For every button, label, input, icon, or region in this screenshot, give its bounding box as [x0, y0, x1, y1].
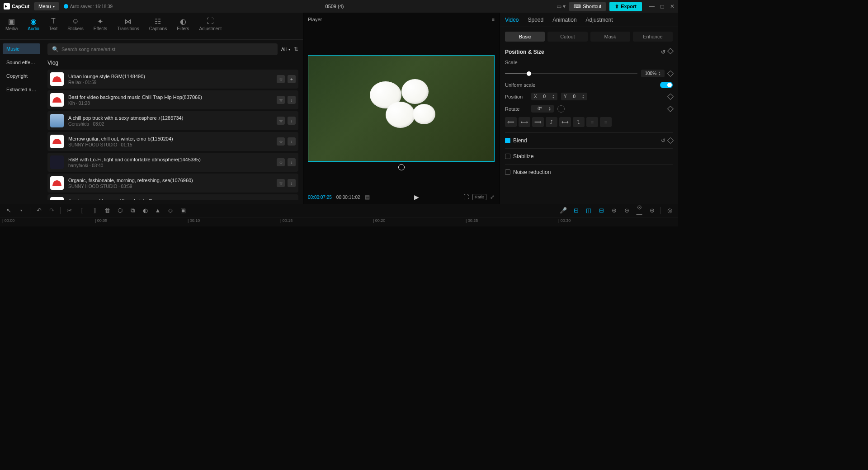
copy-icon[interactable]: ⧉ — [128, 207, 137, 214]
blend-section[interactable]: Blend ↺ — [505, 132, 673, 148]
mirror-icon[interactable]: ▲ — [154, 207, 162, 214]
sidebar-item-sound-effects[interactable]: Sound effe… — [3, 57, 40, 68]
tab-effects[interactable]: ✦Effects — [93, 15, 108, 39]
tab-video-props[interactable]: Video — [505, 17, 519, 23]
blend-checkbox[interactable] — [505, 138, 510, 143]
chevron-down-icon[interactable]: ▾ — [17, 208, 25, 212]
keyframe-icon[interactable] — [667, 70, 674, 76]
tab-media[interactable]: ▣Media — [5, 15, 19, 39]
reset-icon[interactable]: ↺ — [661, 137, 665, 144]
undo-icon[interactable]: ↶ — [35, 207, 43, 214]
favorite-icon[interactable]: ☆ — [277, 117, 285, 125]
player-viewport[interactable] — [303, 26, 499, 190]
player-menu-icon[interactable]: ≡ — [492, 17, 495, 22]
tab-filters[interactable]: ◐Filters — [176, 15, 190, 39]
maximize-button[interactable]: ◻ — [660, 3, 665, 9]
keyframe-icon[interactable] — [667, 137, 674, 144]
stabilize-checkbox[interactable] — [505, 154, 510, 159]
tab-adjustment-props[interactable]: Adjustment — [586, 17, 613, 23]
preview-icon[interactable]: ⊕ — [610, 207, 618, 214]
music-track-item[interactable]: Merrow guitar, chill out, winter, emo b(… — [47, 132, 298, 151]
fullscreen-icon[interactable]: ⤢ — [490, 194, 495, 200]
keyframe-icon[interactable] — [667, 105, 674, 112]
music-track-item[interactable]: R&B with Lo-Fi, light and comfortable at… — [47, 153, 298, 172]
sidebar-item-music[interactable]: Music — [3, 43, 40, 54]
ratio-button[interactable]: Ratio — [472, 194, 486, 200]
filter-icon[interactable]: ⇅ — [294, 46, 298, 52]
align-top-icon[interactable]: ⤴ — [546, 117, 557, 127]
split-icon[interactable]: ✂ — [65, 207, 73, 214]
sidebar-item-extracted[interactable]: Extracted a… — [3, 84, 40, 95]
favorite-icon[interactable]: ☆ — [277, 137, 285, 146]
scale-value[interactable]: 100% ▲▼ — [641, 70, 665, 77]
rotate-dial-icon[interactable] — [557, 105, 565, 113]
rotate-icon[interactable]: ◇ — [166, 207, 175, 214]
delete-icon[interactable]: 🗑 — [103, 207, 111, 214]
trim-left-icon[interactable]: ⟦ — [78, 207, 86, 214]
layout-icon[interactable]: ▭ ▾ — [557, 3, 566, 9]
favorite-icon[interactable]: ☆ — [277, 179, 285, 187]
rotate-input[interactable]: 0°▲▼ — [531, 105, 554, 113]
zoom-out-icon[interactable]: ⊖ — [623, 207, 631, 214]
focus-icon[interactable]: ⛶ — [463, 194, 469, 200]
music-track-item[interactable]: A chill pop truck with a sexy atmosphere… — [47, 111, 298, 130]
tab-captions[interactable]: ☷Captions — [148, 15, 168, 39]
search-box[interactable]: 🔍 — [47, 43, 278, 55]
subtab-cutout[interactable]: Cutout — [547, 32, 587, 42]
favorite-icon[interactable]: ☆ — [277, 96, 285, 104]
slider-thumb[interactable] — [527, 71, 531, 76]
noise-section[interactable]: Noise reduction — [505, 164, 673, 180]
reset-icon[interactable]: ↺ — [661, 49, 665, 55]
sidebar-item-copyright[interactable]: Copyright — [3, 70, 40, 81]
align-left-icon[interactable]: ⟸ — [505, 117, 517, 127]
download-icon[interactable]: ↓ — [288, 200, 296, 200]
export-button[interactable]: ⇪ Export — [609, 2, 642, 11]
favorite-icon[interactable]: ☆ — [277, 158, 285, 166]
align-bottom-icon[interactable]: ⤵ — [573, 117, 585, 127]
favorite-icon[interactable]: ☆ — [277, 75, 285, 83]
subtab-mask[interactable]: Mask — [590, 32, 630, 42]
music-track-item[interactable]: A cute song with a sparkling ukulele-lik… — [47, 194, 298, 200]
close-button[interactable]: ✕ — [670, 3, 675, 9]
uniform-toggle[interactable] — [660, 82, 673, 88]
music-track-item[interactable]: Best for video background music Chill Tr… — [47, 90, 298, 109]
tab-adjustment[interactable]: ⛶Adjustment — [198, 15, 222, 39]
music-track-item[interactable]: Urban lounge style BGM(1148490) Re-lax ·… — [47, 70, 298, 89]
add-icon[interactable]: + — [288, 75, 296, 83]
marker-icon[interactable]: ⬡ — [116, 207, 124, 214]
all-dropdown[interactable]: All▾ — [281, 47, 290, 52]
list-icon[interactable]: ▤ — [365, 194, 370, 200]
menu-button[interactable]: Menu ▾ — [34, 2, 59, 10]
download-icon[interactable]: ↓ — [288, 158, 296, 166]
stabilize-section[interactable]: Stabilize — [505, 148, 673, 164]
favorite-icon[interactable]: ☆ — [277, 200, 285, 200]
snap-link-icon[interactable]: ⊟ — [597, 207, 605, 214]
pointer-tool-icon[interactable]: ↖ — [5, 207, 13, 214]
tab-text[interactable]: TText — [48, 15, 58, 39]
redo-icon[interactable]: ↷ — [47, 207, 56, 214]
download-icon[interactable]: ↓ — [288, 137, 296, 146]
music-track-item[interactable]: Organic, fashionable, morning, refreshin… — [47, 174, 298, 193]
noise-checkbox[interactable] — [505, 169, 510, 175]
crop-icon[interactable]: ▣ — [179, 207, 187, 214]
minimize-button[interactable]: — — [649, 3, 655, 9]
subtab-basic[interactable]: Basic — [505, 32, 545, 42]
tab-speed[interactable]: Speed — [528, 17, 543, 23]
rotate-handle-icon[interactable] — [398, 164, 405, 170]
align-center-v-icon[interactable]: ⟷ — [559, 117, 571, 127]
trim-right-icon[interactable]: ⟧ — [90, 207, 99, 214]
download-icon[interactable]: ↓ — [288, 96, 296, 104]
download-icon[interactable]: ↓ — [288, 117, 296, 125]
scale-slider[interactable] — [505, 73, 637, 74]
timeline-ruler[interactable]: | 00:00| 00:05| 00:10| 00:15| 00:20| 00:… — [0, 217, 678, 226]
pos-x-input[interactable]: X0▲▼ — [531, 93, 557, 100]
snap-main-icon[interactable]: ⊟ — [572, 207, 580, 214]
subtab-enhance[interactable]: Enhance — [633, 32, 673, 42]
fit-icon[interactable]: ◎ — [665, 207, 674, 214]
mic-icon[interactable]: 🎤 — [559, 207, 567, 214]
keyframe-icon[interactable] — [667, 48, 674, 54]
keyframe-icon[interactable] — [667, 93, 674, 99]
zoom-in-icon[interactable]: ⊕ — [648, 207, 656, 214]
pos-y-input[interactable]: Y0▲▼ — [561, 93, 587, 100]
align-right-icon[interactable]: ⟹ — [532, 117, 544, 127]
